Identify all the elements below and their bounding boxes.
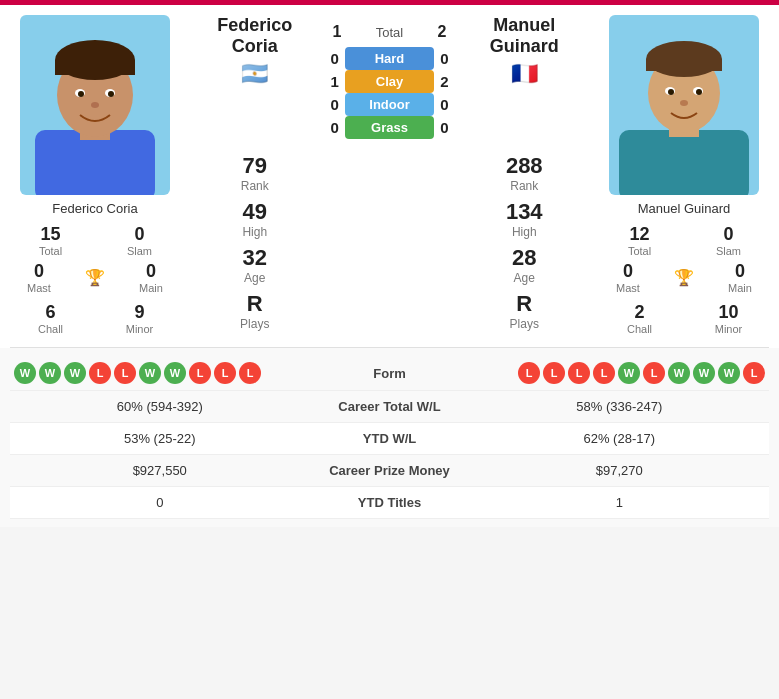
right-slam-label: Slam bbox=[716, 245, 741, 257]
left-center-stats: 79 Rank 49 High 32 Age R Plays bbox=[185, 147, 325, 337]
player-right-stats: 12 Total 0 Slam bbox=[599, 224, 769, 257]
court-right-score-0: 0 bbox=[434, 50, 454, 67]
right-high-label: High bbox=[455, 225, 595, 239]
form-left-badge-2: W bbox=[64, 362, 86, 384]
left-total-item: 15 Total bbox=[10, 224, 91, 257]
svg-point-21 bbox=[680, 100, 688, 106]
right-chall-stats: 2 Chall 10 Minor bbox=[599, 302, 769, 335]
right-mast-label: Mast bbox=[616, 282, 640, 294]
player-left: Federico Coria 15 Total 0 Slam 0 Mast 🏆 bbox=[10, 15, 180, 337]
right-chall-value: 2 bbox=[634, 302, 644, 323]
stat-right-1: 62% (28-17) bbox=[480, 431, 760, 446]
court-row-indoor: 0 Indoor 0 bbox=[325, 93, 455, 116]
form-right-badge-4: W bbox=[618, 362, 640, 384]
court-row-clay: 1 Clay 2 bbox=[325, 70, 455, 93]
stat-label-1: YTD W/L bbox=[300, 431, 480, 446]
left-rank-number: 79 bbox=[185, 153, 325, 179]
left-trophy-icon: 🏆 bbox=[85, 268, 105, 287]
left-high-box: 49 High bbox=[185, 199, 325, 239]
right-main-item: 0 Main bbox=[728, 261, 752, 294]
left-trophy-row: 0 Mast 🏆 0 Main bbox=[10, 261, 180, 294]
right-slam-value: 0 bbox=[723, 224, 733, 245]
stat-right-2: $97,270 bbox=[480, 463, 760, 478]
left-mast-label: Mast bbox=[27, 282, 51, 294]
form-right: LLLLWLWWWL bbox=[480, 362, 766, 384]
right-chall-item: 2 Chall bbox=[599, 302, 680, 335]
left-high-label: High bbox=[185, 225, 325, 239]
stat-left-2: $927,550 bbox=[20, 463, 300, 478]
right-minor-value: 10 bbox=[718, 302, 738, 323]
left-slam-value: 0 bbox=[134, 224, 144, 245]
court-right-score-2: 0 bbox=[434, 96, 454, 113]
total-left-score: 1 bbox=[325, 23, 350, 41]
stat-label-3: YTD Titles bbox=[300, 495, 480, 510]
court-btn-indoor[interactable]: Indoor bbox=[345, 93, 434, 116]
svg-point-20 bbox=[696, 89, 702, 95]
left-plays-value: R bbox=[185, 291, 325, 317]
court-right-score-1: 2 bbox=[434, 73, 454, 90]
stat-right-0: 58% (336-247) bbox=[480, 399, 760, 414]
player-right: Manuel Guinard 12 Total 0 Slam 0 Mast 🏆 bbox=[599, 15, 769, 337]
svg-rect-5 bbox=[55, 60, 135, 75]
form-left-badge-5: W bbox=[139, 362, 161, 384]
left-rank-label: Rank bbox=[185, 179, 325, 193]
form-left: WWWLLWWLLL bbox=[14, 362, 300, 384]
player-left-stats: 15 Total 0 Slam bbox=[10, 224, 180, 257]
form-left-badge-7: L bbox=[189, 362, 211, 384]
stat-right-3: 1 bbox=[480, 495, 760, 510]
center-right-flag: 🇫🇷 bbox=[455, 61, 595, 87]
court-right-score-3: 0 bbox=[434, 119, 454, 136]
right-mast-item: 0 Mast bbox=[616, 261, 640, 294]
right-age-box: 28 Age bbox=[455, 245, 595, 285]
left-total-value: 15 bbox=[40, 224, 60, 245]
form-left-badge-4: L bbox=[114, 362, 136, 384]
form-right-badge-5: L bbox=[643, 362, 665, 384]
player-section: Federico Coria 15 Total 0 Slam 0 Mast 🏆 bbox=[0, 5, 779, 347]
form-left-badge-8: L bbox=[214, 362, 236, 384]
court-left-score-0: 0 bbox=[325, 50, 345, 67]
stat-left-0: 60% (594-392) bbox=[20, 399, 300, 414]
form-left-badge-0: W bbox=[14, 362, 36, 384]
form-section: WWWLLWWLLL Form LLLLWLWWWL 60% (594-392)… bbox=[0, 348, 779, 527]
form-label: Form bbox=[300, 366, 480, 381]
right-trophy-row: 0 Mast 🏆 0 Main bbox=[599, 261, 769, 294]
right-age-label: Age bbox=[455, 271, 595, 285]
left-age-box: 32 Age bbox=[185, 245, 325, 285]
left-slam-item: 0 Slam bbox=[99, 224, 180, 257]
player-left-name: Federico Coria bbox=[52, 201, 137, 216]
right-age-number: 28 bbox=[455, 245, 595, 271]
right-total-value: 12 bbox=[629, 224, 649, 245]
left-chall-item: 6 Chall bbox=[10, 302, 91, 335]
left-main-item: 0 Main bbox=[139, 261, 163, 294]
total-center-label: Total bbox=[376, 25, 403, 40]
stat-row-1: 53% (25-22) YTD W/L 62% (28-17) bbox=[10, 423, 769, 455]
total-right-score: 2 bbox=[430, 23, 455, 41]
center-stats-grid: 79 Rank 49 High 32 Age R Plays bbox=[185, 147, 594, 337]
right-plays-box: R Plays bbox=[455, 291, 595, 331]
court-left-score-3: 0 bbox=[325, 119, 345, 136]
player-left-photo bbox=[20, 15, 170, 195]
player-right-photo bbox=[609, 15, 759, 195]
left-plays-box: R Plays bbox=[185, 291, 325, 331]
left-mast-item: 0 Mast bbox=[27, 261, 51, 294]
center-left-flag: 🇦🇷 bbox=[185, 61, 325, 87]
court-btn-hard[interactable]: Hard bbox=[345, 47, 434, 70]
right-center-stats: 288 Rank 134 High 28 Age R Plays bbox=[455, 147, 595, 337]
player-right-name: Manuel Guinard bbox=[638, 201, 731, 216]
court-row-grass: 0 Grass 0 bbox=[325, 116, 455, 139]
right-minor-item: 10 Minor bbox=[688, 302, 769, 335]
court-btn-grass[interactable]: Grass bbox=[345, 116, 434, 139]
left-chall-value: 6 bbox=[45, 302, 55, 323]
left-chall-stats: 6 Chall 9 Minor bbox=[10, 302, 180, 335]
left-age-label: Age bbox=[185, 271, 325, 285]
form-right-badge-8: W bbox=[718, 362, 740, 384]
form-right-badge-1: L bbox=[543, 362, 565, 384]
right-plays-label: Plays bbox=[455, 317, 595, 331]
stat-row-2: $927,550 Career Prize Money $97,270 bbox=[10, 455, 769, 487]
form-left-badge-6: W bbox=[164, 362, 186, 384]
court-btn-clay[interactable]: Clay bbox=[345, 70, 434, 93]
form-right-badge-2: L bbox=[568, 362, 590, 384]
left-total-label: Total bbox=[39, 245, 62, 257]
right-total-item: 12 Total bbox=[599, 224, 680, 257]
left-plays-label: Plays bbox=[185, 317, 325, 331]
